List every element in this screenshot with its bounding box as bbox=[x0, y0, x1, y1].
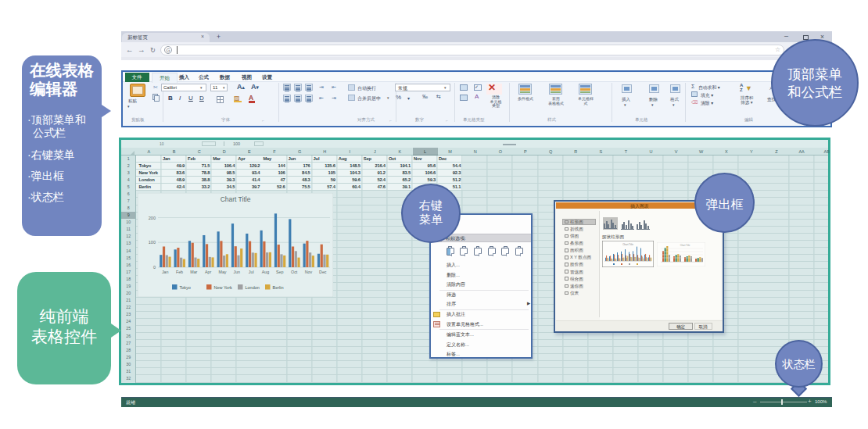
svg-text:100: 100 bbox=[149, 240, 156, 245]
svg-text:Mar: Mar bbox=[190, 270, 197, 274]
svg-text:Sep: Sep bbox=[276, 270, 283, 274]
svg-text:London: London bbox=[246, 284, 260, 289]
svg-text:Oct: Oct bbox=[291, 270, 298, 274]
svg-text:Chart Title: Chart Title bbox=[622, 243, 633, 246]
svg-text:0: 0 bbox=[153, 265, 156, 270]
svg-text:New York: New York bbox=[214, 284, 232, 289]
svg-text:Aug: Aug bbox=[262, 270, 269, 274]
svg-text:Chart Title: Chart Title bbox=[680, 243, 690, 246]
svg-text:Nov: Nov bbox=[305, 270, 313, 274]
svg-text:Jun: Jun bbox=[234, 270, 241, 274]
svg-text:Tokyo: Tokyo bbox=[180, 284, 191, 289]
svg-text:Jan: Jan bbox=[162, 270, 169, 274]
svg-text:May: May bbox=[218, 270, 226, 274]
svg-text:Apr: Apr bbox=[205, 270, 211, 274]
svg-text:Chart Title: Chart Title bbox=[221, 195, 251, 202]
svg-text:Feb: Feb bbox=[176, 270, 183, 274]
svg-text:Dec: Dec bbox=[319, 270, 327, 274]
svg-text:Berlin: Berlin bbox=[273, 284, 284, 289]
svg-text:Jul: Jul bbox=[249, 270, 254, 274]
svg-text:200: 200 bbox=[149, 215, 156, 220]
